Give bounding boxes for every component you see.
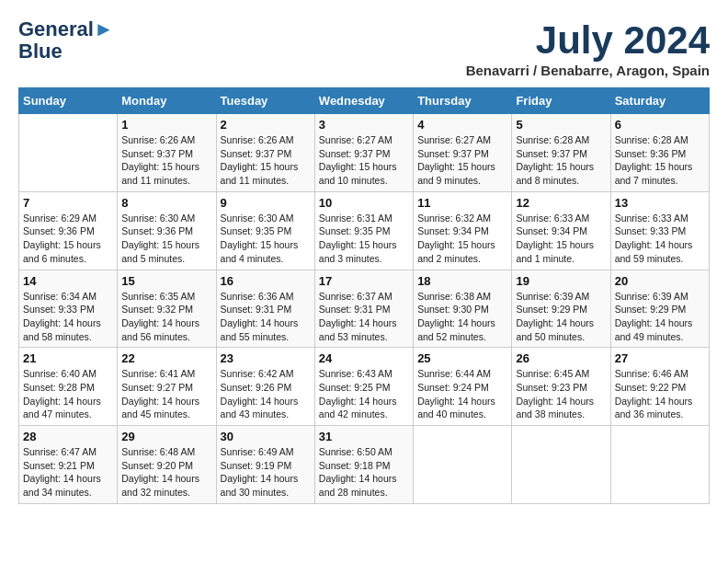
day-info: Sunrise: 6:29 AMSunset: 9:36 PMDaylight:… bbox=[23, 212, 113, 266]
day-number: 10 bbox=[319, 196, 409, 210]
calendar-cell: 1Sunrise: 6:26 AMSunset: 9:37 PMDaylight… bbox=[118, 114, 216, 192]
calendar-cell: 25Sunrise: 6:44 AMSunset: 9:24 PMDayligh… bbox=[414, 348, 512, 426]
day-number: 31 bbox=[319, 430, 409, 443]
day-number: 30 bbox=[221, 430, 311, 443]
day-info: Sunrise: 6:27 AMSunset: 9:37 PMDaylight:… bbox=[417, 133, 507, 188]
calendar-cell: 20Sunrise: 6:39 AMSunset: 9:29 PMDayligh… bbox=[610, 270, 709, 348]
day-info: Sunrise: 6:28 AMSunset: 9:37 PMDaylight:… bbox=[516, 133, 606, 188]
day-of-week-header: Sunday bbox=[19, 88, 118, 114]
day-info: Sunrise: 6:33 AMSunset: 9:33 PMDaylight:… bbox=[615, 212, 705, 266]
calendar-body: 1Sunrise: 6:26 AMSunset: 9:37 PMDaylight… bbox=[19, 114, 710, 504]
day-info: Sunrise: 6:39 AMSunset: 9:29 PMDaylight:… bbox=[615, 290, 705, 344]
day-info: Sunrise: 6:28 AMSunset: 9:36 PMDaylight:… bbox=[615, 133, 705, 188]
calendar-header-row: SundayMondayTuesdayWednesdayThursdayFrid… bbox=[19, 88, 710, 114]
day-number: 7 bbox=[23, 196, 113, 210]
calendar-cell bbox=[610, 426, 709, 504]
day-of-week-header: Monday bbox=[118, 88, 216, 114]
calendar-week-row: 1Sunrise: 6:26 AMSunset: 9:37 PMDaylight… bbox=[19, 114, 710, 192]
calendar-week-row: 14Sunrise: 6:34 AMSunset: 9:33 PMDayligh… bbox=[19, 270, 710, 348]
calendar-cell: 11Sunrise: 6:32 AMSunset: 9:34 PMDayligh… bbox=[414, 191, 512, 270]
day-info: Sunrise: 6:33 AMSunset: 9:34 PMDaylight:… bbox=[516, 212, 606, 266]
title-block: July 2024 Benavarri / Benabarre, Aragon,… bbox=[466, 18, 710, 78]
day-info: Sunrise: 6:26 AMSunset: 9:37 PMDaylight:… bbox=[221, 133, 311, 188]
day-number: 13 bbox=[615, 196, 705, 210]
day-info: Sunrise: 6:47 AMSunset: 9:21 PMDaylight:… bbox=[23, 445, 113, 500]
calendar-cell bbox=[414, 426, 512, 504]
day-number: 6 bbox=[615, 118, 705, 132]
calendar-cell: 19Sunrise: 6:39 AMSunset: 9:29 PMDayligh… bbox=[512, 270, 610, 348]
month-title: July 2024 bbox=[466, 18, 710, 63]
calendar-cell: 15Sunrise: 6:35 AMSunset: 9:32 PMDayligh… bbox=[118, 270, 216, 348]
calendar-cell: 31Sunrise: 6:50 AMSunset: 9:18 PMDayligh… bbox=[314, 426, 413, 504]
day-number: 27 bbox=[615, 351, 705, 365]
day-info: Sunrise: 6:30 AMSunset: 9:35 PMDaylight:… bbox=[221, 212, 311, 266]
day-info: Sunrise: 6:40 AMSunset: 9:28 PMDaylight:… bbox=[23, 367, 113, 421]
day-number: 22 bbox=[121, 351, 211, 365]
day-info: Sunrise: 6:34 AMSunset: 9:33 PMDaylight:… bbox=[23, 290, 113, 344]
calendar-cell: 30Sunrise: 6:49 AMSunset: 9:19 PMDayligh… bbox=[216, 426, 314, 504]
day-info: Sunrise: 6:44 AMSunset: 9:24 PMDaylight:… bbox=[417, 367, 507, 421]
day-number: 2 bbox=[221, 118, 311, 132]
day-info: Sunrise: 6:41 AMSunset: 9:27 PMDaylight:… bbox=[121, 367, 211, 421]
day-number: 12 bbox=[516, 196, 606, 210]
calendar-cell: 26Sunrise: 6:45 AMSunset: 9:23 PMDayligh… bbox=[512, 348, 610, 426]
day-of-week-header: Thursday bbox=[414, 88, 512, 114]
calendar-cell: 29Sunrise: 6:48 AMSunset: 9:20 PMDayligh… bbox=[118, 426, 216, 504]
calendar-cell: 27Sunrise: 6:46 AMSunset: 9:22 PMDayligh… bbox=[610, 348, 709, 426]
day-info: Sunrise: 6:31 AMSunset: 9:35 PMDaylight:… bbox=[319, 212, 409, 266]
day-number: 26 bbox=[516, 351, 606, 365]
calendar-cell: 8Sunrise: 6:30 AMSunset: 9:36 PMDaylight… bbox=[118, 191, 216, 270]
day-number: 15 bbox=[121, 274, 211, 288]
day-number: 25 bbox=[417, 351, 507, 365]
subtitle: Benavarri / Benabarre, Aragon, Spain bbox=[466, 63, 710, 78]
calendar-cell: 22Sunrise: 6:41 AMSunset: 9:27 PMDayligh… bbox=[118, 348, 216, 426]
calendar-cell bbox=[512, 426, 610, 504]
calendar-table: SundayMondayTuesdayWednesdayThursdayFrid… bbox=[18, 87, 710, 504]
day-info: Sunrise: 6:48 AMSunset: 9:20 PMDaylight:… bbox=[121, 445, 211, 500]
calendar-cell: 12Sunrise: 6:33 AMSunset: 9:34 PMDayligh… bbox=[512, 191, 610, 270]
day-number: 16 bbox=[221, 274, 311, 288]
calendar-cell: 7Sunrise: 6:29 AMSunset: 9:36 PMDaylight… bbox=[19, 191, 118, 270]
day-number: 20 bbox=[615, 274, 705, 288]
calendar-cell: 9Sunrise: 6:30 AMSunset: 9:35 PMDaylight… bbox=[216, 191, 314, 270]
page-header: General►Blue July 2024 Benavarri / Benab… bbox=[18, 18, 710, 78]
day-number: 24 bbox=[319, 351, 409, 365]
calendar-cell: 28Sunrise: 6:47 AMSunset: 9:21 PMDayligh… bbox=[19, 426, 118, 504]
calendar-cell: 18Sunrise: 6:38 AMSunset: 9:30 PMDayligh… bbox=[414, 270, 512, 348]
day-number: 5 bbox=[516, 118, 606, 132]
calendar-week-row: 28Sunrise: 6:47 AMSunset: 9:21 PMDayligh… bbox=[19, 426, 710, 504]
day-info: Sunrise: 6:50 AMSunset: 9:18 PMDaylight:… bbox=[319, 445, 409, 500]
day-of-week-header: Saturday bbox=[610, 88, 709, 114]
day-of-week-header: Tuesday bbox=[216, 88, 314, 114]
day-info: Sunrise: 6:27 AMSunset: 9:37 PMDaylight:… bbox=[319, 133, 409, 188]
day-number: 28 bbox=[23, 430, 113, 443]
day-info: Sunrise: 6:46 AMSunset: 9:22 PMDaylight:… bbox=[615, 367, 705, 421]
day-number: 18 bbox=[417, 274, 507, 288]
calendar-cell: 24Sunrise: 6:43 AMSunset: 9:25 PMDayligh… bbox=[314, 348, 413, 426]
day-number: 23 bbox=[221, 351, 311, 365]
calendar-cell: 3Sunrise: 6:27 AMSunset: 9:37 PMDaylight… bbox=[314, 114, 413, 192]
day-info: Sunrise: 6:42 AMSunset: 9:26 PMDaylight:… bbox=[221, 367, 311, 421]
calendar-cell bbox=[19, 114, 118, 192]
calendar-week-row: 7Sunrise: 6:29 AMSunset: 9:36 PMDaylight… bbox=[19, 191, 710, 270]
calendar-cell: 5Sunrise: 6:28 AMSunset: 9:37 PMDaylight… bbox=[512, 114, 610, 192]
day-number: 9 bbox=[221, 196, 311, 210]
day-info: Sunrise: 6:26 AMSunset: 9:37 PMDaylight:… bbox=[121, 133, 211, 188]
day-number: 8 bbox=[121, 196, 211, 210]
calendar-cell: 17Sunrise: 6:37 AMSunset: 9:31 PMDayligh… bbox=[314, 270, 413, 348]
day-of-week-header: Wednesday bbox=[314, 88, 413, 114]
logo-text: General►Blue bbox=[18, 18, 114, 63]
logo: General►Blue bbox=[18, 18, 114, 63]
day-info: Sunrise: 6:45 AMSunset: 9:23 PMDaylight:… bbox=[516, 367, 606, 421]
calendar-cell: 14Sunrise: 6:34 AMSunset: 9:33 PMDayligh… bbox=[19, 270, 118, 348]
day-number: 3 bbox=[319, 118, 409, 132]
day-info: Sunrise: 6:39 AMSunset: 9:29 PMDaylight:… bbox=[516, 290, 606, 344]
day-info: Sunrise: 6:49 AMSunset: 9:19 PMDaylight:… bbox=[221, 445, 311, 500]
day-info: Sunrise: 6:38 AMSunset: 9:30 PMDaylight:… bbox=[417, 290, 507, 344]
day-of-week-header: Friday bbox=[512, 88, 610, 114]
day-number: 19 bbox=[516, 274, 606, 288]
day-number: 4 bbox=[417, 118, 507, 132]
calendar-cell: 13Sunrise: 6:33 AMSunset: 9:33 PMDayligh… bbox=[610, 191, 709, 270]
day-info: Sunrise: 6:30 AMSunset: 9:36 PMDaylight:… bbox=[121, 212, 211, 266]
day-info: Sunrise: 6:32 AMSunset: 9:34 PMDaylight:… bbox=[417, 212, 507, 266]
